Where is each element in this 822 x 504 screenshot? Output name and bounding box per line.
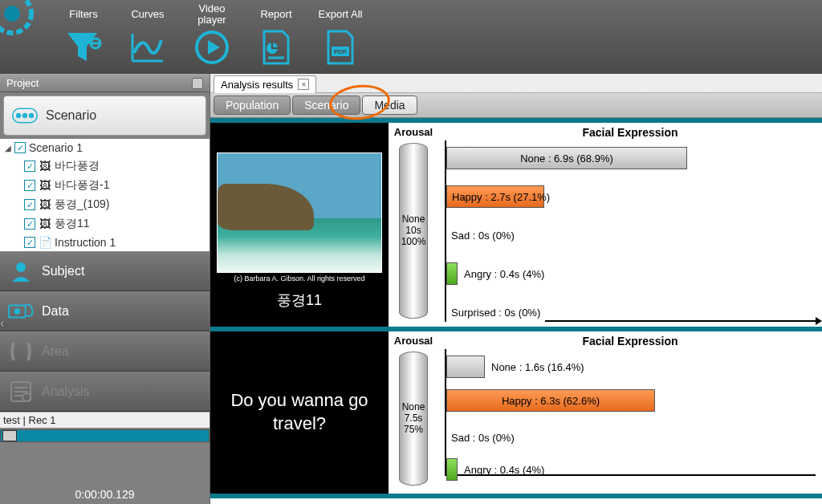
arousal-title: Arousal (394, 335, 433, 347)
curves-button[interactable]: Curves (119, 2, 177, 67)
chart-title: Facial Expression (445, 335, 816, 348)
bar-none (446, 356, 485, 378)
section-scenario[interactable]: Scenario (3, 96, 206, 136)
arousal-title: Arousal (394, 126, 433, 138)
sub-tabs: Population Scenario Media (210, 93, 822, 118)
section-data[interactable]: Data (0, 291, 210, 331)
thumbnail-text: Do you wanna go travel? (210, 373, 389, 451)
timeline-handle[interactable] (2, 430, 17, 441)
report-button[interactable]: Report (247, 2, 305, 67)
tree-item[interactable]: ✓🖼풍경_(109) (0, 195, 210, 214)
svg-text:PDF: PDF (334, 48, 347, 55)
media-row: Do you wanna go travel? Arousal None 7.5… (210, 331, 822, 498)
svg-point-11 (22, 113, 27, 118)
timecode: 0:00:00.129 (0, 477, 210, 504)
media-thumbnail: Do you wanna go travel? (210, 331, 389, 494)
tree-item[interactable]: ✓🖼풍경11 (0, 214, 210, 234)
svg-point-10 (16, 113, 21, 118)
report-icon (256, 27, 296, 67)
section-subject[interactable]: Subject (0, 251, 210, 291)
curves-icon (128, 27, 168, 67)
chart-title: Facial Expression (445, 126, 816, 139)
play-circle-icon (192, 27, 232, 67)
tree-item[interactable]: ✓📄Instruction 1 (0, 234, 210, 251)
analysis-icon (8, 379, 34, 404)
curves-label: Curves (131, 2, 164, 27)
bar-sad: Sad : 0s (0%) (446, 224, 519, 246)
subtab-media[interactable]: Media (362, 96, 417, 115)
close-icon[interactable]: × (298, 79, 309, 90)
thumbnail-image (217, 152, 382, 273)
results-list: (c) Barbara A. Gibson. All rights reserv… (210, 118, 822, 504)
report-label: Report (260, 2, 291, 27)
image-icon: 🖼 (39, 179, 51, 192)
svg-point-20 (22, 393, 31, 401)
arousal-column: Arousal None 7.5s 75% (389, 331, 438, 494)
data-icon (8, 299, 34, 324)
thumbnail-credit: (c) Barbara A. Gibson. All rights reserv… (234, 274, 364, 282)
axis-arrow-icon (816, 317, 822, 325)
subject-icon (8, 258, 34, 284)
media-thumbnail: (c) Barbara A. Gibson. All rights reserv… (210, 123, 389, 327)
section-analysis[interactable]: Analysis (0, 372, 210, 412)
bar-angry (446, 262, 458, 285)
svg-point-15 (14, 308, 21, 315)
section-subject-label: Subject (42, 264, 84, 278)
scenario-tree: ◢✓Scenario 1 ✓🖼바다풍경 ✓🖼바다풍경-1 ✓🖼풍경_(109) … (0, 139, 210, 251)
bar-happy: Happy : 2.7s (27.1%) (446, 185, 544, 208)
app-logo (0, 2, 48, 50)
export-all-label: Export All (319, 2, 363, 27)
section-analysis-label: Analysis (42, 384, 90, 399)
document-icon: 📄 (39, 236, 51, 249)
main-toolbar: Filters Curves Video player Report Expor… (0, 0, 822, 74)
scenario-icon (12, 103, 38, 128)
tree-item[interactable]: ✓🖼바다풍경-1 (0, 176, 210, 195)
section-area[interactable]: Area (0, 331, 210, 372)
svg-point-1 (4, 6, 20, 22)
filters-button[interactable]: Filters (55, 2, 112, 67)
export-all-button[interactable]: Export All PDF (311, 2, 369, 67)
media-row: (c) Barbara A. Gibson. All rights reserv… (210, 118, 822, 331)
svg-point-12 (29, 113, 34, 118)
tree-root[interactable]: ◢✓Scenario 1 (0, 139, 210, 156)
thumbnail-label: 풍경11 (277, 282, 322, 318)
project-panel-header: Project (0, 74, 210, 92)
pdf-icon: PDF (320, 27, 360, 67)
image-icon: 🖼 (39, 160, 51, 173)
arousal-column: Arousal None 10s 100% (389, 123, 438, 327)
tree-item[interactable]: ✓🖼바다풍경 (0, 156, 210, 176)
bar-none: None : 6.9s (68.9%) (446, 147, 687, 169)
section-scenario-label: Scenario (46, 108, 96, 123)
video-player-label: Video player (183, 2, 241, 27)
project-title: Project (6, 77, 39, 89)
section-area-label: Area (42, 344, 69, 359)
subtab-scenario[interactable]: Scenario (292, 96, 360, 115)
facial-expression-chart: Facial Expression None : 6.9s (68.9%) Ha… (438, 123, 822, 327)
content-area: Analysis results × Population Scenario M… (210, 74, 822, 504)
chart-body: None : 6.9s (68.9%) Happy : 2.7s (27.1%)… (445, 140, 816, 322)
arousal-value: None 10s 100% (400, 213, 427, 248)
collapse-handle-icon[interactable]: ‹ (0, 315, 5, 331)
arousal-gauge: None 10s 100% (399, 143, 428, 319)
svg-point-13 (16, 262, 26, 272)
chart-body: None : 1.6s (16.4%) Happy : 6.3s (62.6%)… (445, 349, 816, 476)
recording-label: test | Rec 1 (0, 412, 210, 428)
area-icon (8, 339, 34, 364)
funnel-icon (63, 27, 104, 67)
image-icon: 🖼 (39, 198, 51, 211)
subtab-population[interactable]: Population (214, 96, 291, 115)
bar-angry (446, 458, 458, 481)
pin-icon[interactable] (192, 78, 203, 89)
bar-surprised: Surprised : 0s (0%) (446, 301, 545, 323)
video-player-button[interactable]: Video player (183, 2, 241, 67)
sidebar: ‹ Project Scenario ◢✓Scenario 1 ✓🖼바다풍경 ✓… (0, 74, 210, 504)
bar-happy: Happy : 6.3s (62.6%) (446, 389, 655, 412)
bar-sad: Sad : 0s (0%) (446, 426, 519, 449)
filters-label: Filters (69, 2, 97, 27)
arousal-gauge: None 7.5s 75% (399, 352, 428, 486)
image-icon: 🖼 (39, 217, 51, 230)
facial-expression-chart: Facial Expression None : 1.6s (16.4%) Ha… (438, 331, 822, 494)
timeline-slider[interactable] (0, 429, 210, 442)
document-tabs: Analysis results × (210, 74, 822, 93)
tab-analysis-results[interactable]: Analysis results × (214, 75, 316, 93)
